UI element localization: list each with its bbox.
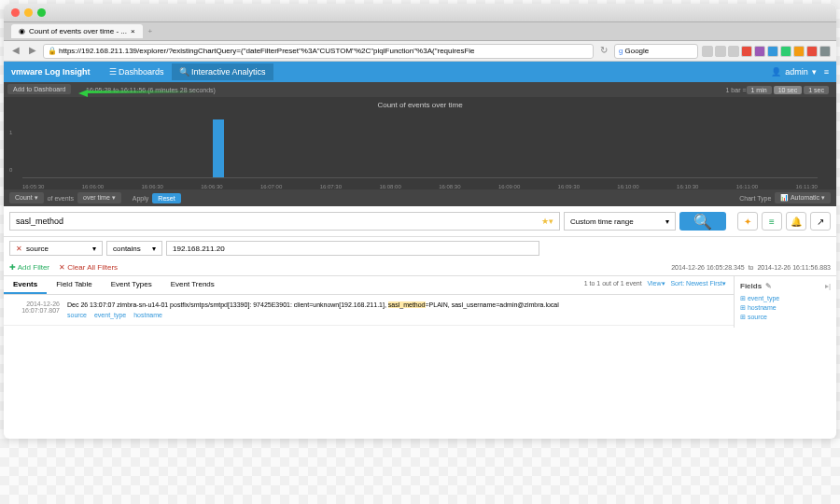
chart-panel: Add to Dashboard 16:05:28 to 16:11:56 (6… bbox=[4, 82, 836, 206]
tab-field-table[interactable]: Field Table bbox=[47, 276, 102, 294]
alert-button[interactable]: 🔔 bbox=[786, 212, 806, 231]
of-events-label: of events bbox=[48, 195, 74, 202]
bar-chart[interactable]: 1 0 16:05:3016:06:0016:06:3016:06:3016:0… bbox=[22, 113, 818, 189]
bar-1min-button[interactable]: 1 min bbox=[747, 86, 772, 94]
event-message: Dec 26 13:07:07 zimbra-sn-u14-01 postfix… bbox=[67, 301, 728, 319]
event-tag[interactable]: event_type bbox=[94, 312, 126, 318]
overtime-dropdown[interactable]: over time ▾ bbox=[77, 192, 121, 203]
url-text: https://192.168.211.139/explorer/?existi… bbox=[59, 47, 475, 55]
clear-filters-button[interactable]: ✕ Clear All Filters bbox=[59, 263, 118, 272]
time-range-display: 2014-12-26 16:05:28.345 to 2014-12-26 16… bbox=[127, 264, 831, 271]
event-tags: source event_type hostname bbox=[67, 311, 728, 319]
tab-event-types[interactable]: Event Types bbox=[102, 276, 161, 294]
annotation-arrow bbox=[78, 88, 200, 95]
filter-op-chip[interactable]: contains ▾ bbox=[106, 241, 162, 256]
reset-button[interactable]: Reset bbox=[152, 193, 180, 203]
browser-tab[interactable]: ◉ Count of events over time - ... × bbox=[11, 24, 143, 38]
bar-width-label: 1 bar = bbox=[726, 87, 747, 93]
event-highlight: sasl_method bbox=[388, 301, 426, 308]
y-tick: 0 bbox=[9, 167, 12, 173]
tab-favicon-icon: ◉ bbox=[19, 27, 25, 35]
query-bar: sasl_method ★▾ Custom time range ▾ 🔍 ✦ ≡… bbox=[4, 206, 836, 237]
results-tabs: Events Field Table Event Types Event Tre… bbox=[4, 276, 734, 295]
ext-icon[interactable] bbox=[715, 46, 726, 57]
app-header: vmware Log Insight ☰ Dashboards 🔍 Intera… bbox=[4, 62, 836, 82]
ext-icon[interactable] bbox=[806, 46, 818, 57]
query-text: sasl_method bbox=[16, 217, 63, 226]
tab-event-trends[interactable]: Event Trends bbox=[161, 276, 224, 294]
add-filter-button[interactable]: ✚ Add Filter bbox=[9, 263, 49, 272]
chart-type-dropdown[interactable]: 📊 Automatic ▾ bbox=[775, 192, 831, 203]
collapse-panel-icon[interactable]: ▸| bbox=[825, 282, 831, 290]
chart-type-label: Chart Type bbox=[739, 195, 771, 202]
reload-button[interactable]: ↻ bbox=[597, 45, 610, 58]
nav-interactive-analytics[interactable]: 🔍 Interactive Analytics bbox=[172, 63, 273, 80]
time-range-select[interactable]: Custom time range ▾ bbox=[564, 212, 676, 231]
event-tag[interactable]: source bbox=[67, 312, 87, 318]
tab-close-icon[interactable]: × bbox=[131, 27, 135, 35]
toolbar-icons bbox=[702, 46, 831, 57]
fields-title: Fields ✎ bbox=[740, 282, 825, 290]
forward-button[interactable]: ▶ bbox=[26, 45, 39, 58]
tab-events[interactable]: Events bbox=[4, 276, 47, 294]
ext-icon[interactable] bbox=[780, 46, 791, 57]
back-button[interactable]: ◀ bbox=[9, 45, 22, 58]
ext-icon[interactable] bbox=[793, 46, 805, 57]
ext-icon[interactable] bbox=[767, 46, 778, 57]
star-icon[interactable]: ★▾ bbox=[541, 217, 553, 226]
add-to-dashboard-button[interactable]: Add to Dashboard bbox=[7, 84, 71, 94]
search-icon: 🔍 bbox=[693, 213, 712, 231]
remove-filter-icon[interactable]: ✕ bbox=[16, 245, 22, 253]
snapshot-button[interactable]: ✦ bbox=[737, 212, 758, 231]
chart-title: Count of events over time bbox=[4, 97, 836, 113]
minimize-window-icon[interactable] bbox=[24, 8, 33, 17]
chevron-down-icon: ▾ bbox=[812, 67, 817, 77]
new-tab-button[interactable]: + bbox=[148, 27, 153, 35]
filter-value-input[interactable]: 192.168.211.20 bbox=[166, 241, 539, 256]
filter-field-chip[interactable]: ✕ source ▾ bbox=[9, 241, 103, 256]
ext-icon[interactable] bbox=[728, 46, 739, 57]
search-button[interactable]: 🔍 bbox=[679, 212, 726, 231]
field-item[interactable]: source bbox=[740, 313, 831, 322]
nav-dashboards[interactable]: ☰ Dashboards bbox=[102, 63, 172, 80]
chart-controls: Count ▾ of events over time ▾ Apply Rese… bbox=[4, 189, 836, 206]
ext-icon[interactable] bbox=[819, 46, 831, 57]
event-tag[interactable]: hostname bbox=[133, 312, 162, 318]
chart-bar[interactable] bbox=[213, 119, 224, 177]
chevron-down-icon: ▾ bbox=[665, 217, 669, 226]
x-axis: 16:05:3016:06:0016:06:3016:06:3016:07:00… bbox=[22, 184, 818, 189]
bar-1sec-button[interactable]: 1 sec bbox=[804, 86, 829, 94]
window-titlebar bbox=[4, 4, 836, 22]
tab-title: Count of events over time - ... bbox=[29, 27, 127, 35]
filter-row: ✕ source ▾ contains ▾ 192.168.211.20 bbox=[4, 237, 836, 259]
menu-icon[interactable]: ≡ bbox=[824, 67, 829, 77]
field-item[interactable]: hostname bbox=[740, 303, 831, 313]
url-input[interactable]: 🔒 https://192.168.211.139/explorer/?exis… bbox=[43, 44, 594, 59]
browser-tabs: ◉ Count of events over time - ... × + bbox=[4, 22, 836, 41]
ext-icon[interactable] bbox=[754, 46, 765, 57]
ext-icon[interactable] bbox=[741, 46, 752, 57]
fields-panel: ▸| Fields ✎ event_type hostname source bbox=[734, 276, 836, 328]
pager-text: 1 to 1 out of 1 event bbox=[584, 280, 642, 287]
count-dropdown[interactable]: Count ▾ bbox=[9, 192, 44, 203]
view-menu[interactable]: View▾ bbox=[647, 280, 665, 287]
maximize-window-icon[interactable] bbox=[37, 8, 46, 17]
query-input[interactable]: sasl_method ★▾ bbox=[9, 212, 560, 231]
list-button[interactable]: ≡ bbox=[762, 212, 782, 231]
edit-icon[interactable]: ✎ bbox=[765, 282, 772, 290]
ext-icon[interactable] bbox=[702, 46, 713, 57]
field-item[interactable]: event_type bbox=[740, 294, 831, 303]
google-icon: g bbox=[619, 47, 623, 55]
user-menu[interactable]: 👤 admin ▾ bbox=[771, 67, 817, 77]
sort-menu[interactable]: Sort: Newest First▾ bbox=[670, 280, 726, 287]
apply-button[interactable]: Apply bbox=[133, 195, 149, 202]
y-tick: 1 bbox=[9, 130, 12, 135]
event-row[interactable]: 2014-12-26 16:07:07.807 Dec 26 13:07:07 … bbox=[4, 295, 734, 326]
username: admin bbox=[785, 67, 808, 77]
share-button[interactable]: ↗ bbox=[810, 212, 831, 231]
bar-10sec-button[interactable]: 10 sec bbox=[774, 86, 803, 94]
search-box[interactable]: g Google bbox=[614, 44, 698, 59]
close-window-icon[interactable] bbox=[11, 8, 20, 17]
event-timestamp: 2014-12-26 16:07:07.807 bbox=[9, 301, 60, 319]
search-engine-name: Google bbox=[624, 47, 649, 55]
